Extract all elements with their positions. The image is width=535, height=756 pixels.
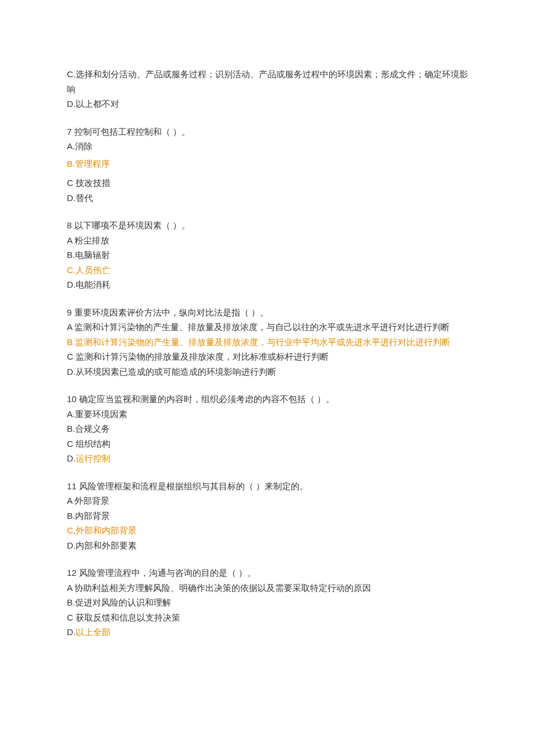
option-c: C 监测和计算污染物的排放量及排放浓度，对比标准或标杆进行判断 <box>67 349 468 364</box>
question-stem: 11 风险管理框架和流程是根据组织与其目标的（ ）来制定的。 <box>67 479 468 494</box>
question-6-partial: C.选择和划分活动、产品或服务过程；识别活动、产品或服务过程中的环境因素；形成文… <box>67 67 468 112</box>
option-c: C.选择和划分活动、产品或服务过程；识别活动、产品或服务过程中的环境因素；形成文… <box>67 67 468 96</box>
option-d: D.以上都不对 <box>67 96 468 112</box>
question-stem: 9 重要环境因素评价方法中，纵向对比法是指（ ）。 <box>67 305 468 320</box>
option-d-text: 运行控制 <box>76 453 110 463</box>
question-stem: 8 以下哪项不是环境因素（ ）。 <box>67 218 468 233</box>
option-d: D.内部和外部要素 <box>67 538 468 553</box>
option-d-prefix: D. <box>67 453 76 463</box>
option-d: D.以上全部 <box>67 625 468 640</box>
option-b: B.监测和计算污染物的产生量、排放量及排放浓度，与行业中平均水平或先进水平进行对… <box>67 335 468 350</box>
question-10: 10 确定应当监视和测量的内容时，组织必须考虑的内容不包括（ ）。 A.重要环境… <box>67 392 468 466</box>
option-a: A.重要环境因素 <box>67 407 468 422</box>
option-c: C 技改技措 <box>67 175 468 191</box>
option-b: B.管理程序 <box>67 156 468 171</box>
option-a: A 协助利益相关方理解风险、明确作出决策的依据以及需要采取特定行动的原因 <box>67 581 468 596</box>
option-d: D.替代 <box>67 191 468 206</box>
question-11: 11 风险管理框架和流程是根据组织与其目标的（ ）来制定的。 A 外部背景 B.… <box>67 479 468 553</box>
question-12: 12 风险管理流程中，沟通与咨询的目的是（ ）。 A 协助利益相关方理解风险、明… <box>67 565 468 640</box>
document-page: C.选择和划分活动、产品或服务过程；识别活动、产品或服务过程中的环境因素；形成文… <box>0 0 535 756</box>
option-b: B.合规义务 <box>67 421 468 436</box>
option-a: A 粉尘排放 <box>67 233 468 248</box>
question-8: 8 以下哪项不是环境因素（ ）。 A 粉尘排放 B.电脑辐射 C.人员伤亡 D.… <box>67 218 468 292</box>
option-d-prefix: D. <box>67 627 76 637</box>
option-c: C 组织结构 <box>67 436 468 452</box>
option-c: C.人员伤亡 <box>67 263 468 278</box>
option-d: D.电能消耗 <box>67 277 468 292</box>
option-b: B.电脑辐射 <box>67 248 468 263</box>
option-c: C 获取反馈和信息以支持决策 <box>67 610 468 625</box>
question-9: 9 重要环境因素评价方法中，纵向对比法是指（ ）。 A 监测和计算污染物的产生量… <box>67 305 468 379</box>
option-c-text: 外部和内部背景 <box>76 525 137 535</box>
question-7: 7 控制可包括工程控制和（ ）。 A.消除 B.管理程序 C 技改技措 D.替代 <box>67 124 468 206</box>
option-c-prefix: C, <box>67 525 76 535</box>
option-b: B.促进对风险的认识和理解 <box>67 595 468 610</box>
option-d-text: 以上全部 <box>76 627 110 637</box>
option-b: B.内部背景 <box>67 508 468 524</box>
option-d: D.从环境因素已造成的或可能造成的环境影响进行判断 <box>67 364 468 379</box>
option-d: D.运行控制 <box>67 451 468 466</box>
option-c: C,外部和内部背景 <box>67 523 468 538</box>
option-a: A.消除 <box>67 139 468 154</box>
option-a: A 外部背景 <box>67 493 468 508</box>
question-stem: 10 确定应当监视和测量的内容时，组织必须考虑的内容不包括（ ）。 <box>67 392 468 407</box>
question-stem: 12 风险管理流程中，沟通与咨询的目的是（ ）。 <box>67 565 468 581</box>
option-a: A 监测和计算污染物的产生量、排放量及排放浓度，与自己以往的水平或先进水平进行对… <box>67 320 468 335</box>
question-stem: 7 控制可包括工程控制和（ ）。 <box>67 124 468 139</box>
